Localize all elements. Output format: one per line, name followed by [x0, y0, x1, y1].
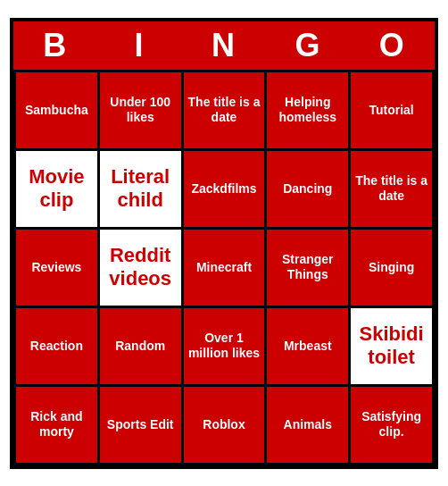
bingo-cell: Over 1 million likes — [184, 308, 268, 387]
bingo-cell: Literal child — [100, 151, 184, 230]
bingo-cell: Rick and morty — [16, 387, 100, 465]
bingo-cell: Helping homeless — [267, 72, 351, 151]
bingo-card: BINGO SambuchaUnder 100 likesThe title i… — [10, 18, 438, 469]
bingo-grid: SambuchaUnder 100 likesThe title is a da… — [13, 70, 435, 465]
bingo-cell: Sports Edit — [100, 387, 184, 465]
bingo-cell: The title is a date — [351, 151, 435, 230]
bingo-cell: Tutorial — [351, 72, 435, 151]
bingo-cell: Zackdfilms — [184, 151, 268, 230]
bingo-cell: Under 100 likes — [100, 72, 184, 151]
bingo-cell: Reaction — [16, 308, 100, 387]
bingo-cell: Random — [100, 308, 184, 387]
bingo-cell: Stranger Things — [267, 230, 351, 308]
header-letter: O — [351, 21, 435, 70]
bingo-header: BINGO — [13, 21, 435, 70]
bingo-cell: Dancing — [267, 151, 351, 230]
bingo-cell: Sambucha — [16, 72, 100, 151]
header-letter: N — [182, 21, 266, 70]
bingo-cell: Animals — [267, 387, 351, 465]
bingo-cell: The title is a date — [184, 72, 268, 151]
header-letter: G — [266, 21, 350, 70]
bingo-cell: Singing — [351, 230, 435, 308]
bingo-cell: Satisfying clip. — [351, 387, 435, 465]
header-letter: I — [97, 21, 181, 70]
bingo-cell: Mrbeast — [267, 308, 351, 387]
bingo-cell: Movie clip — [16, 151, 100, 230]
bingo-cell: Reddit videos — [100, 230, 184, 308]
bingo-cell: Skibidi toilet — [351, 308, 435, 387]
bingo-cell: Roblox — [184, 387, 268, 465]
header-letter: B — [13, 21, 97, 70]
bingo-cell: Minecraft — [184, 230, 268, 308]
bingo-cell: Reviews — [16, 230, 100, 308]
